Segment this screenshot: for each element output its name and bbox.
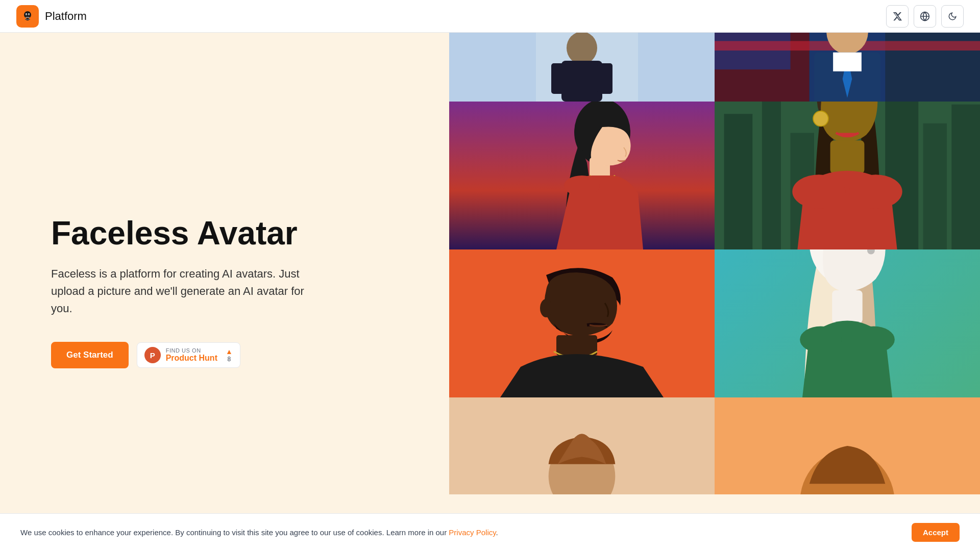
svg-point-31 bbox=[564, 176, 600, 196]
navbar: Platform bbox=[0, 0, 980, 33]
upvote-arrow-icon: ▲ bbox=[226, 347, 233, 356]
svg-rect-41 bbox=[830, 140, 865, 173]
twitter-button[interactable] bbox=[886, 5, 909, 28]
gallery-cell-5 bbox=[449, 249, 715, 397]
cookie-text: We use cookies to enhance your experienc… bbox=[20, 528, 498, 537]
main-content: Faceless Avatar Faceless is a platform f… bbox=[0, 0, 980, 551]
hero-section: Faceless Avatar Faceless is a platform f… bbox=[0, 33, 449, 551]
hero-title: Faceless Avatar bbox=[51, 215, 408, 251]
gallery-cell-4 bbox=[715, 102, 980, 249]
product-hunt-upvote: ▲ 8 bbox=[226, 347, 233, 363]
product-hunt-find-label: FIND US ON bbox=[166, 347, 217, 354]
gallery-grid bbox=[449, 33, 980, 494]
gallery-cell-7 bbox=[449, 397, 715, 494]
logo-icon bbox=[16, 5, 39, 28]
gallery-cell-3 bbox=[449, 102, 715, 249]
svg-rect-38 bbox=[951, 105, 980, 249]
accept-cookie-button[interactable]: Accept bbox=[912, 523, 960, 542]
nav-actions bbox=[886, 5, 964, 28]
cookie-banner: We use cookies to enhance your experienc… bbox=[0, 513, 980, 551]
gallery-cell-6 bbox=[715, 249, 980, 397]
nav-title: Platform bbox=[45, 10, 87, 23]
product-hunt-badge[interactable]: P FIND US ON Product Hunt ▲ 8 bbox=[137, 342, 240, 368]
svg-point-51 bbox=[800, 327, 842, 353]
gallery-cell-1 bbox=[449, 33, 715, 102]
svg-rect-26 bbox=[833, 53, 847, 71]
product-hunt-icon: P bbox=[144, 347, 161, 363]
nav-left: Platform bbox=[16, 5, 87, 28]
svg-rect-27 bbox=[847, 53, 862, 71]
svg-point-43 bbox=[849, 174, 902, 209]
svg-point-4 bbox=[26, 14, 27, 15]
svg-rect-46 bbox=[556, 335, 597, 356]
svg-rect-14 bbox=[551, 63, 567, 94]
hero-actions: Get Started P FIND US ON Product Hunt ▲ … bbox=[51, 342, 408, 368]
svg-rect-37 bbox=[923, 123, 947, 249]
privacy-policy-link[interactable]: Privacy Policy bbox=[449, 528, 496, 537]
svg-point-52 bbox=[853, 327, 895, 353]
product-hunt-text: FIND US ON Product Hunt bbox=[166, 347, 217, 363]
upvote-count: 8 bbox=[228, 356, 231, 363]
svg-rect-34 bbox=[762, 102, 781, 249]
gallery-cell-2 bbox=[715, 33, 980, 102]
svg-point-40 bbox=[813, 111, 828, 127]
svg-rect-8 bbox=[25, 19, 30, 20]
globe-button[interactable] bbox=[914, 5, 936, 28]
hero-description: Faceless is a platform for creating AI a… bbox=[51, 265, 316, 317]
get-started-button[interactable]: Get Started bbox=[51, 342, 129, 368]
svg-point-5 bbox=[29, 14, 29, 15]
svg-rect-33 bbox=[724, 114, 753, 249]
svg-rect-13 bbox=[561, 61, 602, 102]
svg-rect-6 bbox=[26, 17, 30, 18]
svg-rect-15 bbox=[597, 63, 612, 94]
dark-mode-button[interactable] bbox=[941, 5, 964, 28]
gallery-cell-8 bbox=[715, 397, 980, 494]
svg-point-45 bbox=[540, 299, 552, 317]
svg-point-42 bbox=[792, 174, 845, 209]
svg-rect-50 bbox=[832, 290, 862, 323]
svg-point-12 bbox=[567, 33, 597, 64]
product-hunt-name: Product Hunt bbox=[166, 354, 217, 363]
svg-rect-19 bbox=[715, 33, 791, 69]
